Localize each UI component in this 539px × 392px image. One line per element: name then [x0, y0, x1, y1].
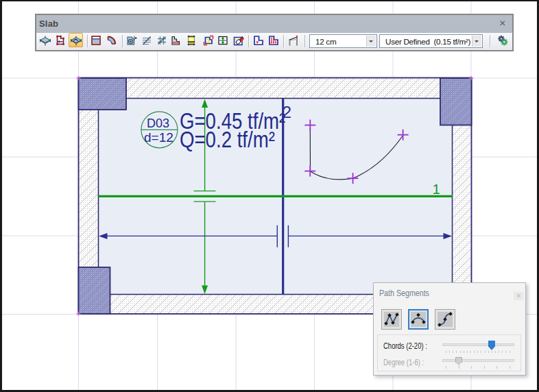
svg-text:1: 1 [433, 181, 440, 197]
svg-text:Q=0.2 tf/m²: Q=0.2 tf/m² [180, 127, 275, 152]
svg-text:D03: D03 [147, 117, 169, 130]
svg-text:d=12: d=12 [144, 130, 173, 145]
svg-text:2: 2 [283, 103, 292, 121]
